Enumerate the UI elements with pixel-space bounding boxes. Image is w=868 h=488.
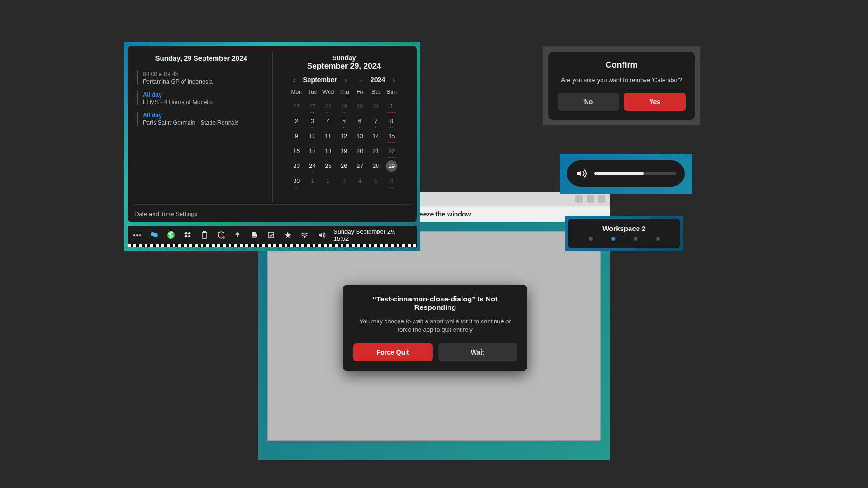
calendar-day[interactable]: 22•••• — [384, 144, 399, 159]
calendar-event[interactable]: All dayParis Saint-Germain - Stade Renna… — [137, 112, 266, 126]
calendar-day[interactable]: 30• — [288, 174, 304, 188]
event-time: 08:00 ▸ 09:45 — [143, 70, 266, 77]
calendar-day[interactable]: 2 — [320, 174, 336, 188]
workspace-dot[interactable] — [611, 237, 615, 241]
clipboard-icon[interactable] — [200, 230, 209, 240]
calendar-day[interactable]: 8•• — [384, 114, 399, 129]
calendar-day[interactable]: 31 — [368, 99, 384, 114]
calendar-day[interactable]: 17 — [304, 144, 320, 159]
dropbox-icon[interactable] — [183, 230, 192, 240]
calendar-day[interactable]: 26 — [336, 159, 352, 174]
calendar-day[interactable]: 3• — [304, 114, 320, 129]
shield-icon[interactable] — [217, 230, 226, 240]
calendar-day[interactable]: 10 — [304, 129, 320, 144]
close-button[interactable] — [598, 195, 605, 203]
calendar-day[interactable]: 5 — [368, 174, 384, 188]
next-month-button[interactable]: › — [342, 76, 350, 84]
confirm-title: Confirm — [558, 60, 686, 70]
calendar-event[interactable]: All dayELMS - 4 Hours of Mugello — [137, 91, 266, 105]
event-title: Paris Saint-Germain - Stade Rennais — [143, 119, 266, 126]
prev-month-button[interactable]: ‹ — [290, 76, 298, 84]
workspace-dot[interactable] — [634, 237, 637, 241]
weather-icon[interactable] — [149, 230, 159, 240]
calendar-day[interactable]: 26 — [288, 99, 304, 114]
yes-button[interactable]: Yes — [624, 93, 686, 111]
svg-point-8 — [222, 236, 225, 239]
printer-icon[interactable] — [250, 230, 259, 240]
svg-rect-11 — [252, 236, 256, 238]
files-icon[interactable] — [266, 230, 276, 240]
favorites-icon[interactable] — [283, 230, 293, 240]
svg-point-1 — [136, 234, 138, 236]
resize-handle[interactable] — [128, 244, 417, 247]
calendar-date-title: Sunday, 29 September 2024 — [137, 54, 266, 62]
workspace-dot[interactable] — [589, 237, 593, 241]
volume-tray-icon[interactable] — [317, 230, 326, 240]
calendar-day[interactable]: 19 — [336, 144, 352, 159]
calendar-day[interactable]: 16 — [288, 144, 304, 159]
prev-year-button[interactable]: ‹ — [357, 76, 366, 84]
calendar-day[interactable]: 14 — [368, 129, 384, 144]
calendar-day[interactable]: 25 — [320, 159, 336, 174]
event-allday-label: All day — [143, 91, 266, 98]
taskbar-clock[interactable]: Sunday September 29, 15:52 — [334, 228, 412, 242]
no-button[interactable]: No — [558, 93, 619, 111]
calendar-dow-header: Tue — [304, 87, 320, 99]
calendar-day[interactable]: 29 — [384, 159, 399, 174]
maximize-button[interactable] — [587, 195, 594, 203]
bluetooth-icon[interactable] — [166, 230, 175, 240]
calendar-day[interactable]: 3 — [336, 174, 352, 188]
calendar-day[interactable]: 21 — [368, 144, 384, 159]
volume-osd — [560, 154, 692, 194]
calendar-day[interactable]: 30 — [352, 99, 368, 114]
svg-point-13 — [304, 237, 305, 238]
calendar-day[interactable]: 1 — [304, 174, 320, 188]
calendar-day[interactable]: 27 — [352, 159, 368, 174]
volume-slider[interactable] — [594, 172, 676, 175]
calendar-day[interactable]: 11 — [320, 129, 336, 144]
workspace-indicator — [574, 237, 675, 241]
calendar-day[interactable]: 27•• — [304, 99, 320, 114]
month-label[interactable]: September — [300, 76, 339, 84]
calendar-dow-header: Sat — [368, 87, 384, 99]
calendar-day[interactable]: 24• — [304, 159, 320, 174]
calendar-day[interactable]: 28 — [368, 159, 384, 174]
calendar-event[interactable]: 08:00 ▸ 09:45Pertamina GP of Indonesia — [137, 70, 266, 85]
confirm-dialog: Confirm Are you sure you want to remove … — [543, 46, 700, 125]
calendar-day[interactable]: 28•• — [320, 99, 336, 114]
not-responding-title: “Test-cinnamon-close-dialog” Is Not Resp… — [353, 295, 517, 312]
date-time-settings-link[interactable]: Date and Time Settings — [134, 204, 410, 217]
event-title: ELMS - 4 Hours of Mugello — [143, 99, 266, 105]
calendar-day[interactable]: 9 — [288, 129, 304, 144]
confirm-message: Are you sure you want to remove 'Calenda… — [558, 77, 686, 84]
calendar-day[interactable]: 1•••• — [384, 99, 399, 114]
year-label[interactable]: 2024 — [368, 76, 388, 84]
calendar-day[interactable]: 13 — [352, 129, 368, 144]
calendar-day[interactable]: 20 — [352, 144, 368, 159]
calendar-day[interactable]: 2 — [288, 114, 304, 129]
minimize-button[interactable] — [575, 195, 583, 203]
calendar-day[interactable]: 5• — [336, 114, 352, 129]
calendar-day[interactable]: 18 — [320, 144, 336, 159]
event-title: Pertamina GP of Indonesia — [143, 78, 266, 85]
calendar-dow-header: Thu — [336, 87, 352, 99]
workspace-dot[interactable] — [656, 237, 660, 241]
calendar-day[interactable]: 23 — [288, 159, 304, 174]
wait-button[interactable]: Wait — [438, 343, 518, 361]
calendar-day[interactable]: 7• — [368, 114, 384, 129]
calendar-dow-header: Wed — [320, 87, 336, 99]
wifi-icon[interactable] — [300, 230, 309, 240]
calendar-day[interactable]: 4 — [320, 114, 336, 129]
calendar-day[interactable]: 29•• — [336, 99, 352, 114]
next-year-button[interactable]: › — [390, 76, 398, 84]
overflow-icon[interactable] — [133, 230, 142, 240]
upload-icon[interactable] — [233, 230, 242, 240]
calendar-day[interactable]: 15•••• — [384, 129, 399, 144]
taskbar: Sunday September 29, 15:52 — [128, 226, 417, 244]
force-quit-button[interactable]: Force Quit — [353, 343, 433, 361]
calendar-day[interactable]: 6• — [352, 114, 368, 129]
calendar-day[interactable]: 6•• — [384, 174, 399, 188]
svg-rect-6 — [202, 232, 207, 238]
calendar-day[interactable]: 12 — [336, 129, 352, 144]
calendar-day[interactable]: 4 — [352, 174, 368, 188]
